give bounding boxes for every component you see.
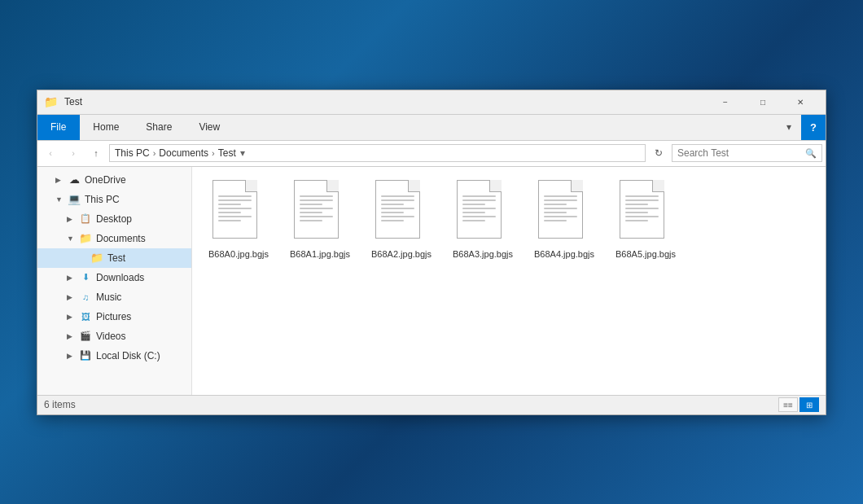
path-this-pc: This PC (115, 147, 150, 159)
file-area: B68A0.jpg.bgjs B68A1.jpg.bgjs (192, 167, 826, 395)
up-button[interactable]: ↑ (86, 143, 106, 163)
title-folder-icon: 📁 (44, 95, 58, 108)
tab-home[interactable]: Home (80, 115, 133, 140)
test-folder-icon: 📁 (90, 251, 104, 265)
local-disk-icon: 💾 (78, 348, 93, 363)
address-bar: ‹ › ↑ This PC › Documents › Test ▾ ↻ 🔍 (37, 141, 826, 167)
sidebar-label-onedrive: OneDrive (85, 174, 126, 186)
search-icon[interactable]: 🔍 (805, 148, 817, 159)
sidebar-label-thispc: This PC (85, 194, 120, 205)
desktop-icon: 📋 (78, 212, 93, 226)
expand-arrow-onedrive: ▶ (55, 176, 67, 184)
sidebar-item-thispc[interactable]: ▼ 💻 This PC (37, 190, 191, 209)
list-item[interactable]: B68A3.jpg.bgjs (446, 177, 519, 263)
details-view-button[interactable]: ≡≡ (778, 397, 798, 412)
expand-arrow-local-disk: ▶ (67, 352, 78, 360)
tiles-view-button[interactable]: ⊞ (799, 397, 819, 412)
expand-arrow-thispc: ▼ (55, 195, 67, 204)
path-sep-1: › (153, 148, 156, 158)
sidebar-item-test[interactable]: 📁 Test (37, 248, 191, 268)
sidebar-item-videos[interactable]: ▶ 🎬 Videos (37, 327, 191, 346)
sidebar-item-onedrive[interactable]: ▶ ☁ OneDrive (37, 170, 191, 190)
file-icon-3 (457, 180, 510, 245)
list-item[interactable]: B68A0.jpg.bgjs (202, 177, 275, 263)
onedrive-icon: ☁ (67, 173, 81, 187)
explorer-window: 📁 Test − □ ✕ File Home Share View ▾ ? ‹ … (37, 90, 826, 415)
videos-icon: 🎬 (78, 329, 93, 344)
title-bar-icons: 📁 (44, 95, 58, 108)
address-dropdown-icon[interactable]: ▾ (236, 144, 249, 162)
ribbon-expand-icon[interactable]: ▾ (777, 115, 801, 140)
expand-arrow-pictures: ▶ (67, 313, 78, 321)
status-bar: 6 items ≡≡ ⊞ (37, 395, 826, 414)
sidebar-label-pictures: Pictures (96, 311, 131, 322)
sidebar-item-local-disk[interactable]: ▶ 💾 Local Disk (C:) (37, 346, 191, 366)
sidebar: ▶ ☁ OneDrive ▼ 💻 This PC ▶ 📋 Desktop ▼ 📁… (37, 167, 192, 395)
main-content: ▶ ☁ OneDrive ▼ 💻 This PC ▶ 📋 Desktop ▼ 📁… (37, 167, 826, 395)
item-count: 6 items (44, 399, 76, 410)
file-name-5: B68A5.jpg.bgjs (615, 248, 676, 260)
minimize-button[interactable]: − (707, 90, 744, 114)
sidebar-item-music[interactable]: ▶ ♫ Music (37, 287, 191, 307)
close-button[interactable]: ✕ (782, 90, 819, 114)
sidebar-item-desktop[interactable]: ▶ 📋 Desktop (37, 209, 191, 229)
sidebar-item-pictures[interactable]: ▶ 🖼 Pictures (37, 307, 191, 327)
sidebar-item-documents[interactable]: ▼ 📁 Documents (37, 229, 191, 248)
downloads-icon: ⬇ (78, 270, 93, 285)
expand-arrow-desktop: ▶ (67, 215, 78, 223)
search-box: 🔍 (672, 144, 822, 162)
expand-arrow-videos: ▶ (67, 332, 78, 340)
sidebar-label-music: Music (96, 291, 121, 303)
list-item[interactable]: B68A4.jpg.bgjs (528, 177, 601, 263)
sidebar-label-test: Test (107, 252, 125, 264)
forward-button[interactable]: › (64, 143, 83, 163)
file-name-0: B68A0.jpg.bgjs (208, 248, 269, 260)
window-controls: − □ ✕ (707, 90, 819, 114)
path-test: Test (218, 147, 236, 159)
sidebar-label-videos: Videos (96, 331, 125, 342)
expand-arrow-documents: ▼ (67, 234, 78, 243)
help-button[interactable]: ? (801, 115, 826, 140)
view-buttons: ≡≡ ⊞ (778, 397, 819, 412)
sidebar-label-local-disk: Local Disk (C:) (96, 350, 160, 362)
maximize-button[interactable]: □ (744, 90, 782, 114)
title-bar-title: Test (64, 96, 707, 107)
list-item[interactable]: B68A1.jpg.bgjs (283, 177, 357, 263)
documents-icon: 📁 (78, 231, 93, 246)
music-icon: ♫ (78, 290, 93, 305)
file-name-2: B68A2.jpg.bgjs (371, 248, 432, 260)
back-button[interactable]: ‹ (41, 143, 60, 163)
file-icon-1 (294, 180, 347, 245)
refresh-button[interactable]: ↻ (649, 143, 668, 163)
path-sep-2: › (212, 148, 215, 158)
expand-arrow-music: ▶ (67, 293, 78, 301)
file-name-1: B68A1.jpg.bgjs (290, 248, 350, 260)
file-icon-4 (538, 180, 591, 245)
file-icon-5 (620, 180, 672, 245)
sidebar-label-documents: Documents (96, 233, 146, 244)
file-name-4: B68A4.jpg.bgjs (534, 248, 594, 260)
search-input[interactable] (677, 147, 805, 159)
address-path[interactable]: This PC › Documents › Test ▾ (109, 144, 646, 162)
title-bar: 📁 Test − □ ✕ (37, 90, 826, 115)
sidebar-label-desktop: Desktop (96, 213, 132, 225)
sidebar-item-downloads[interactable]: ▶ ⬇ Downloads (37, 268, 191, 287)
thispc-icon: 💻 (67, 192, 81, 207)
tab-file[interactable]: File (37, 115, 80, 140)
list-item[interactable]: B68A5.jpg.bgjs (609, 177, 682, 263)
pictures-icon: 🖼 (78, 309, 93, 324)
expand-arrow-downloads: ▶ (67, 274, 78, 282)
list-item[interactable]: B68A2.jpg.bgjs (365, 177, 438, 263)
tab-view[interactable]: View (186, 115, 234, 140)
tab-share[interactable]: Share (133, 115, 186, 140)
ribbon: File Home Share View ▾ ? (37, 115, 826, 141)
file-icon-2 (375, 180, 428, 245)
file-icon-0 (212, 180, 265, 245)
sidebar-label-downloads: Downloads (96, 272, 144, 283)
path-documents: Documents (159, 147, 208, 159)
file-name-3: B68A3.jpg.bgjs (453, 248, 513, 260)
